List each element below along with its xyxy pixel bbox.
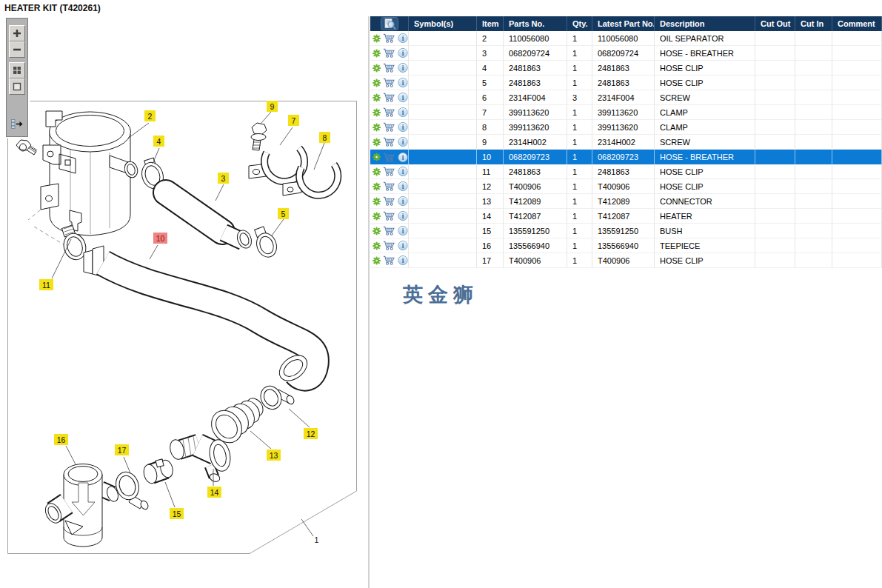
cart-icon[interactable] xyxy=(383,181,395,192)
cell-cut-in[interactable] xyxy=(795,61,832,76)
cell-description[interactable]: HOSE CLIP xyxy=(655,253,755,268)
diagram-callout-5[interactable]: 5 xyxy=(278,208,289,219)
cell-latest-part-no[interactable]: 399113620 xyxy=(592,105,655,120)
cell-latest-part-no[interactable]: T412087 xyxy=(592,209,655,224)
cell-symbols[interactable] xyxy=(409,164,477,179)
cell-comment[interactable] xyxy=(832,224,882,238)
table-row[interactable]: i 15 135591250 1 135591250 BUSH xyxy=(370,224,882,238)
toggle-list-panel-button[interactable] xyxy=(10,117,26,130)
column-header-qty-[interactable]: Qty. xyxy=(567,16,592,31)
info-icon[interactable]: i xyxy=(398,136,408,147)
info-icon[interactable]: i xyxy=(398,196,408,207)
cell-item[interactable]: 14 xyxy=(477,209,504,224)
cell-symbols[interactable] xyxy=(409,61,477,76)
table-row[interactable]: i 11 2481863 1 2481863 HOSE CLIP xyxy=(370,164,882,179)
cell-item[interactable]: 15 xyxy=(477,224,504,238)
cell-item[interactable]: 11 xyxy=(477,164,504,179)
cell-latest-part-no[interactable]: 2481863 xyxy=(592,164,655,179)
diagram-callout-17[interactable]: 17 xyxy=(115,444,129,455)
column-header-item[interactable]: Item xyxy=(477,16,504,31)
cell-qty[interactable]: 1 xyxy=(567,209,592,224)
zoom-in-button[interactable] xyxy=(9,25,25,41)
column-header-cut-in[interactable]: Cut In xyxy=(795,16,832,31)
info-icon[interactable]: i xyxy=(398,210,408,221)
cell-description[interactable]: HEATER xyxy=(655,209,755,224)
cell-latest-part-no[interactable]: 135566940 xyxy=(592,238,655,253)
info-icon[interactable]: i xyxy=(398,166,408,177)
cell-comment[interactable] xyxy=(832,105,882,120)
info-icon[interactable]: i xyxy=(398,107,408,118)
cell-cut-out[interactable] xyxy=(755,179,795,194)
table-row[interactable]: i 4 2481863 1 2481863 HOSE CLIP xyxy=(370,61,882,76)
cell-description[interactable]: CLAMP xyxy=(655,105,755,120)
cell-item[interactable]: 10 xyxy=(477,150,504,164)
cell-symbols[interactable] xyxy=(409,253,477,268)
info-icon[interactable]: i xyxy=(398,33,408,44)
info-icon[interactable]: i xyxy=(398,92,408,103)
cell-qty[interactable]: 1 xyxy=(567,46,592,61)
cell-comment[interactable] xyxy=(832,135,882,150)
gear-icon[interactable] xyxy=(372,227,381,235)
cell-symbols[interactable] xyxy=(409,194,477,209)
cell-parts-no[interactable]: 2481863 xyxy=(504,61,567,76)
diagram-callout-11[interactable]: 11 xyxy=(39,279,53,290)
info-icon[interactable]: i xyxy=(398,121,408,133)
cell-latest-part-no[interactable]: T400906 xyxy=(592,179,655,194)
cell-description[interactable]: TEEPIECE xyxy=(655,238,755,253)
cart-icon[interactable] xyxy=(383,107,395,118)
gear-icon[interactable] xyxy=(372,212,381,221)
cell-item[interactable]: 6 xyxy=(477,90,504,105)
cell-description[interactable]: CONNECTOR xyxy=(655,194,755,209)
cell-parts-no[interactable]: 2481863 xyxy=(504,76,567,90)
cell-cut-in[interactable] xyxy=(795,120,832,135)
cell-qty[interactable]: 1 xyxy=(567,135,592,150)
cell-cut-in[interactable] xyxy=(795,31,832,46)
cell-qty[interactable]: 1 xyxy=(567,179,592,194)
column-header-symbol-s-[interactable]: Symbol(s) xyxy=(409,16,477,31)
cell-qty[interactable]: 1 xyxy=(567,76,592,90)
table-row[interactable]: i 16 135566940 1 135566940 TEEPIECE xyxy=(370,238,882,253)
cell-description[interactable]: HOSE - BREATHER xyxy=(655,46,755,61)
table-row[interactable]: i 2 110056080 1 110056080 OIL SEPARATOR xyxy=(370,31,882,46)
panel-splitter[interactable] xyxy=(368,16,370,588)
cell-latest-part-no[interactable]: 068209723 xyxy=(592,150,655,164)
cell-comment[interactable] xyxy=(832,253,882,268)
gear-icon[interactable] xyxy=(372,78,381,87)
cart-icon[interactable] xyxy=(383,47,395,59)
info-icon[interactable]: i xyxy=(398,225,408,236)
gear-icon[interactable] xyxy=(372,108,381,117)
cell-description[interactable]: HOSE CLIP xyxy=(655,61,755,76)
cart-icon[interactable] xyxy=(383,152,395,163)
cell-symbols[interactable] xyxy=(409,46,477,61)
cell-parts-no[interactable]: T412087 xyxy=(504,209,567,224)
info-icon[interactable]: i xyxy=(398,255,408,266)
cell-cut-in[interactable] xyxy=(795,179,832,194)
cell-cut-out[interactable] xyxy=(755,61,795,76)
cell-latest-part-no[interactable]: T412089 xyxy=(592,194,655,209)
table-row[interactable]: i 12 T400906 1 T400906 HOSE CLIP xyxy=(370,179,882,194)
cell-cut-in[interactable] xyxy=(795,194,832,209)
cart-icon[interactable] xyxy=(383,136,395,147)
cell-comment[interactable] xyxy=(832,31,882,46)
cell-qty[interactable]: 3 xyxy=(567,90,592,105)
cell-qty[interactable]: 1 xyxy=(567,194,592,209)
info-icon[interactable]: i xyxy=(398,77,408,88)
cell-symbols[interactable] xyxy=(409,150,477,164)
cell-symbols[interactable] xyxy=(409,90,477,105)
cell-qty[interactable]: 1 xyxy=(567,61,592,76)
cart-icon[interactable] xyxy=(383,77,395,88)
cell-comment[interactable] xyxy=(832,179,882,194)
cell-comment[interactable] xyxy=(832,90,882,105)
cell-latest-part-no[interactable]: 068209724 xyxy=(592,46,655,61)
cell-cut-out[interactable] xyxy=(755,150,795,164)
cell-cut-out[interactable] xyxy=(755,194,795,209)
gear-icon[interactable] xyxy=(372,167,381,176)
cell-latest-part-no[interactable]: 110056080 xyxy=(592,31,655,46)
cell-qty[interactable]: 1 xyxy=(567,31,592,46)
cell-parts-no[interactable]: 068209723 xyxy=(504,150,567,164)
table-row[interactable]: i 7 399113620 1 399113620 CLAMP xyxy=(370,105,882,120)
cell-cut-out[interactable] xyxy=(755,90,795,105)
cell-description[interactable]: HOSE - BREATHER xyxy=(655,150,755,164)
cell-parts-no[interactable]: 068209724 xyxy=(504,46,567,61)
cell-cut-in[interactable] xyxy=(795,164,832,179)
